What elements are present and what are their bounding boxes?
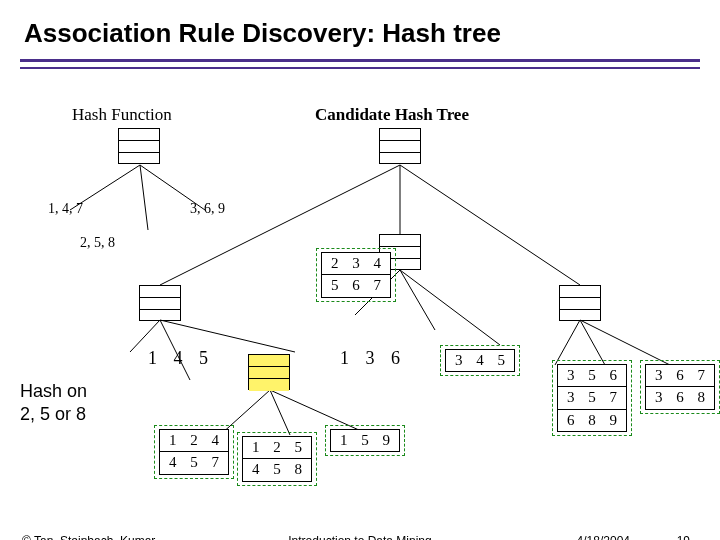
- slide-title: Association Rule Discovery: Hash tree: [0, 0, 720, 59]
- hashbox-hashfunction: [118, 128, 160, 164]
- hash-function-label: Hash Function: [72, 105, 172, 125]
- node-145: 1 4 5: [148, 348, 214, 369]
- leaf-356-357-689: 3 5 6 3 5 7 6 8 9: [552, 360, 632, 436]
- cell: 2 3 4: [321, 252, 391, 275]
- hashbox-left: [139, 285, 181, 321]
- cell: 1 2 4: [159, 429, 229, 452]
- svg-line-15: [555, 320, 580, 365]
- branch-147-label: 1, 4, 7: [48, 201, 83, 217]
- cell: 4 5 7: [159, 452, 229, 474]
- candidate-hash-tree-label: Candidate Hash Tree: [315, 105, 469, 125]
- svg-line-8: [400, 270, 500, 345]
- cell: 3 6 8: [645, 387, 715, 409]
- hash-on-note: Hash on 2, 5 or 8: [20, 380, 87, 427]
- cell: 6 8 9: [557, 410, 627, 432]
- leaf-345: 3 4 5: [440, 345, 520, 376]
- leaf-367-368: 3 6 7 3 6 8: [640, 360, 720, 414]
- cell: 5 6 7: [321, 275, 391, 297]
- diagram-stage: Hash Function Candidate Hash Tree 1, 4, …: [0, 70, 720, 500]
- svg-line-17: [580, 320, 670, 365]
- leaf-159: 1 5 9: [325, 425, 405, 456]
- leaf-124-457: 1 2 4 4 5 7: [154, 425, 234, 479]
- hash-on-line2: 2, 5 or 8: [20, 404, 86, 424]
- hash-on-line1: Hash on: [20, 381, 87, 401]
- cell: 4 5 8: [242, 459, 312, 481]
- cell: 3 4 5: [445, 349, 515, 372]
- leaf-125-458: 1 2 5 4 5 8: [237, 432, 317, 486]
- svg-line-5: [400, 165, 580, 285]
- hashbox-root: [379, 128, 421, 164]
- footer-page: 19: [677, 534, 690, 540]
- leaf-234-567: 2 3 4 5 6 7: [316, 248, 396, 302]
- svg-line-13: [270, 390, 290, 435]
- cell: 1 2 5: [242, 436, 312, 459]
- cell: 3 5 6: [557, 364, 627, 387]
- title-divider-thin: [20, 67, 700, 69]
- cell: 1 5 9: [330, 429, 400, 452]
- cell: 3 5 7: [557, 387, 627, 409]
- hashbox-yellow: [248, 354, 290, 390]
- branch-369-label: 3, 6, 9: [190, 201, 225, 217]
- svg-line-7: [400, 270, 435, 330]
- hashbox-right: [559, 285, 601, 321]
- svg-line-1: [140, 165, 148, 230]
- branch-258-label: 2, 5, 8: [80, 235, 115, 251]
- node-136: 1 3 6: [340, 348, 406, 369]
- cell: 3 6 7: [645, 364, 715, 387]
- footer-date: 4/18/2004: [577, 534, 630, 540]
- title-divider-thick: [20, 59, 700, 62]
